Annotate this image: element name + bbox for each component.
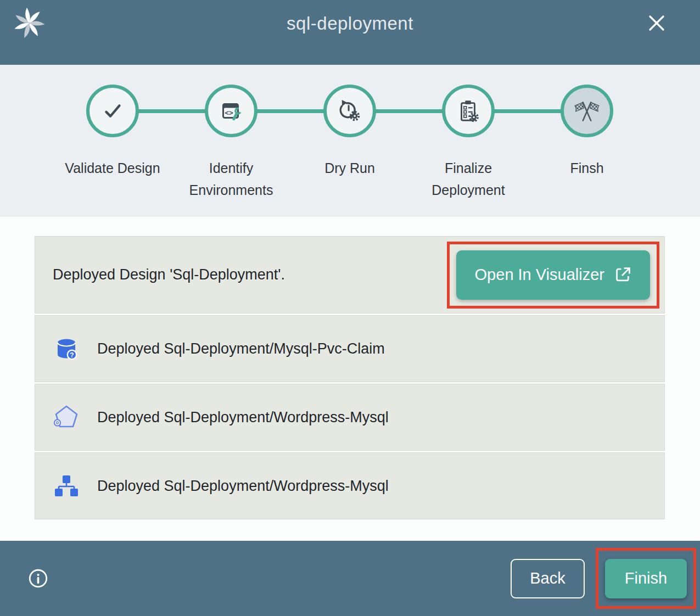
database-icon: ? bbox=[53, 335, 80, 362]
modal-title: sql-deployment bbox=[0, 13, 700, 34]
topology-icon bbox=[53, 472, 80, 500]
annotation-highlight-finish: Finish bbox=[596, 548, 696, 609]
result-row-pvc-claim: ? Deployed Sql-Deployment/Mysql-Pvc-Clai… bbox=[35, 315, 665, 382]
step-finish bbox=[561, 85, 613, 137]
stepper-labels: Validate Design Identify Environments Dr… bbox=[53, 157, 646, 201]
info-icon[interactable] bbox=[28, 568, 48, 589]
modal-footer: Back Finish bbox=[0, 541, 700, 616]
open-in-visualizer-button[interactable]: Open In Visualizer bbox=[456, 250, 650, 300]
step-finalize-deployment bbox=[442, 85, 495, 137]
result-row-wordpress-mysql-1: Deployed Sql-Deployment/Wordpress-Mysql bbox=[35, 384, 665, 451]
step-label-validate-design: Validate Design bbox=[64, 157, 161, 201]
check-icon bbox=[100, 98, 125, 124]
step-validate-design bbox=[86, 85, 139, 137]
step-dry-run bbox=[323, 85, 376, 137]
step-label-finalize-deployment: Finalize Deployment bbox=[420, 157, 517, 201]
deployment-wizard-modal: sql-deployment <> bbox=[0, 0, 700, 616]
open-in-visualizer-label: Open In Visualizer bbox=[475, 266, 604, 284]
pod-pentagon-icon bbox=[53, 404, 80, 431]
modal-header: sql-deployment bbox=[0, 0, 700, 65]
annotation-highlight-visualizer: Open In Visualizer bbox=[447, 242, 659, 309]
step-identify-environments: <> bbox=[205, 85, 257, 137]
deployment-stepper: <> bbox=[0, 65, 700, 217]
close-icon[interactable] bbox=[646, 12, 668, 34]
clipboard-gear-icon bbox=[456, 98, 481, 124]
history-gear-icon bbox=[337, 98, 362, 124]
finish-button[interactable]: Finish bbox=[605, 559, 687, 598]
svg-text:<>: <> bbox=[225, 109, 233, 117]
step-label-identify-environments: Identify Environments bbox=[183, 157, 279, 201]
result-row-wordpress-mysql-2: Deployed Sql-Deployment/Wordpress-Mysql bbox=[35, 452, 665, 519]
summary-text: Deployed Design 'Sql-Deployment'. bbox=[53, 266, 285, 283]
code-config-icon: <> bbox=[218, 98, 244, 124]
result-row-text: Deployed Sql-Deployment/Wordpress-Mysql bbox=[97, 409, 389, 426]
deployment-results-list: Deployed Design 'Sql-Deployment'. Open I… bbox=[35, 236, 665, 521]
back-button[interactable]: Back bbox=[511, 559, 585, 598]
summary-row: Deployed Design 'Sql-Deployment'. Open I… bbox=[35, 236, 665, 313]
finish-flags-icon bbox=[573, 97, 601, 125]
external-link-icon bbox=[614, 266, 631, 283]
step-label-finish: Finsh bbox=[539, 157, 635, 201]
result-row-text: Deployed Sql-Deployment/Mysql-Pvc-Claim bbox=[97, 340, 385, 357]
step-label-dry-run: Dry Run bbox=[301, 157, 398, 201]
result-row-text: Deployed Sql-Deployment/Wordpress-Mysql bbox=[97, 478, 389, 495]
svg-text:?: ? bbox=[70, 351, 74, 359]
